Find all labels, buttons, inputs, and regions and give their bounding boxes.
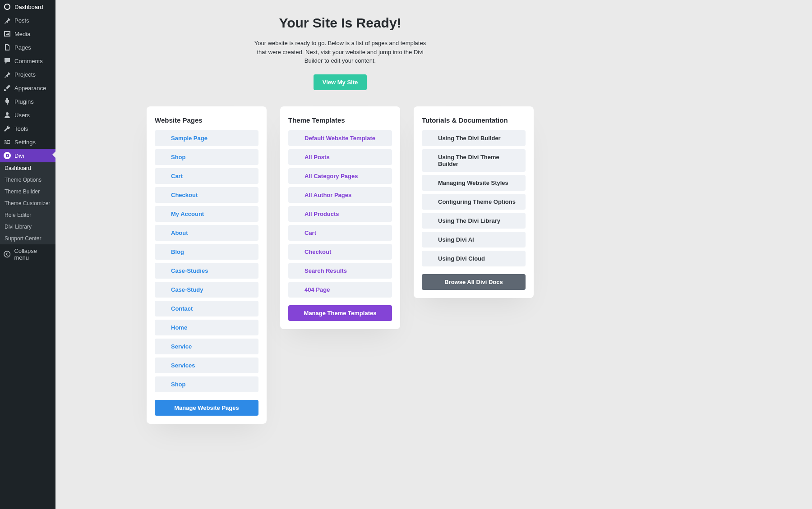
manage-pages-button[interactable]: Manage Website Pages xyxy=(155,400,258,416)
sidebar-item-label: Plugins xyxy=(14,98,34,105)
layers-icon xyxy=(160,381,166,387)
page-item[interactable]: Home xyxy=(155,320,258,335)
page-item[interactable]: Service xyxy=(155,339,258,354)
wrench-icon xyxy=(4,125,11,132)
list-item-label: Checkout xyxy=(171,192,198,198)
doc-item[interactable]: Using Divi Cloud xyxy=(422,251,526,266)
page-item[interactable]: Services xyxy=(155,358,258,373)
layers-icon xyxy=(427,236,434,243)
doc-item[interactable]: Using Divi AI xyxy=(422,232,526,248)
pin-icon xyxy=(4,71,11,78)
sidebar-subitem[interactable]: Support Center xyxy=(0,233,55,244)
plug-icon xyxy=(4,98,11,105)
view-site-button[interactable]: View My Site xyxy=(314,74,367,90)
page-item[interactable]: My Account xyxy=(155,206,258,222)
card-theme-templates: Theme Templates Default Website Template… xyxy=(280,106,400,329)
sidebar-item-label: Media xyxy=(14,31,30,37)
doc-item[interactable]: Managing Website Styles xyxy=(422,175,526,191)
main-content: Your Site Is Ready! Your website is read… xyxy=(55,0,625,509)
doc-item[interactable]: Using The Divi Theme Builder xyxy=(422,149,526,172)
layers-icon xyxy=(427,198,434,205)
sidebar-item-plugins[interactable]: Plugins xyxy=(0,95,55,108)
layers-icon xyxy=(160,286,166,293)
template-item[interactable]: All Products xyxy=(288,206,392,222)
template-item[interactable]: Search Results xyxy=(288,263,392,279)
user-icon xyxy=(4,111,11,119)
sidebar-item-label: Users xyxy=(14,112,30,119)
list-item-label: Search Results xyxy=(304,267,347,274)
template-item[interactable]: Cart xyxy=(288,225,392,241)
list-item-label: Shop xyxy=(171,381,186,388)
sliders-icon xyxy=(4,138,11,146)
media-icon xyxy=(4,30,11,37)
sidebar-item-posts[interactable]: Posts xyxy=(0,14,55,27)
sidebar-item-comments[interactable]: Comments xyxy=(0,54,55,68)
page-item[interactable]: About xyxy=(155,225,258,241)
card-website-pages: Website Pages Sample PageShopCartCheckou… xyxy=(147,106,267,424)
list-item-label: Using The Divi Library xyxy=(438,217,500,224)
layers-icon xyxy=(160,154,166,160)
page-item[interactable]: Shop xyxy=(155,376,258,392)
sidebar-item-label: Pages xyxy=(14,44,31,51)
list-item-label: Using Divi AI xyxy=(438,236,474,243)
template-item[interactable]: Checkout xyxy=(288,244,392,260)
page-item[interactable]: Shop xyxy=(155,149,258,165)
comment-icon xyxy=(4,57,11,64)
sidebar-item-projects[interactable]: Projects xyxy=(0,68,55,81)
sidebar-subitem[interactable]: Role Editor xyxy=(0,209,55,221)
list-item-label: My Account xyxy=(171,211,204,217)
list-item-label: All Category Pages xyxy=(304,173,358,179)
list-item-label: Configuring Theme Options xyxy=(438,198,516,205)
layers-icon xyxy=(160,305,166,312)
template-item[interactable]: All Category Pages xyxy=(288,168,392,184)
page-item[interactable]: Case-Studies xyxy=(155,263,258,279)
template-item[interactable]: Default Website Template xyxy=(288,130,392,146)
sidebar-item-dashboard[interactable]: Dashboard xyxy=(0,0,55,14)
sidebar-subitem[interactable]: Dashboard xyxy=(0,162,55,174)
sidebar-item-label: Settings xyxy=(14,139,36,146)
doc-item[interactable]: Using The Divi Builder xyxy=(422,130,526,146)
sidebar-item-users[interactable]: Users xyxy=(0,108,55,122)
sidebar-subitem[interactable]: Theme Options xyxy=(0,174,55,186)
layers-icon xyxy=(160,135,166,141)
sidebar-item-pages[interactable]: Pages xyxy=(0,41,55,54)
sidebar-item-label: Projects xyxy=(14,71,36,78)
list-item-label: Default Website Template xyxy=(304,135,375,142)
sidebar-item-label: Posts xyxy=(14,17,29,24)
template-item[interactable]: 404 Page xyxy=(288,282,392,298)
list-item-label: Shop xyxy=(171,154,186,160)
sidebar-subitem[interactable]: Theme Builder xyxy=(0,186,55,197)
sidebar-item-tools[interactable]: Tools xyxy=(0,122,55,135)
sidebar-item-appearance[interactable]: Appearance xyxy=(0,81,55,95)
list-item-label: Case-Studies xyxy=(171,267,208,274)
layers-icon xyxy=(294,173,300,179)
page-item[interactable]: Blog xyxy=(155,244,258,260)
list-item-label: Using The Divi Theme Builder xyxy=(438,154,520,167)
page-item[interactable]: Sample Page xyxy=(155,130,258,146)
layers-icon xyxy=(427,135,434,141)
list-item-label: Using Divi Cloud xyxy=(438,255,485,262)
sidebar-subitem[interactable]: Divi Library xyxy=(0,221,55,233)
browse-docs-button[interactable]: Browse All Divi Docs xyxy=(422,274,526,290)
doc-item[interactable]: Configuring Theme Options xyxy=(422,194,526,210)
collapse-menu[interactable]: Collapse menu xyxy=(0,244,55,264)
doc-item[interactable]: Using The Divi Library xyxy=(422,213,526,229)
manage-templates-button[interactable]: Manage Theme Templates xyxy=(288,305,392,321)
page-item[interactable]: Case-Study xyxy=(155,282,258,298)
sidebar-item-label: Tools xyxy=(14,125,28,132)
layers-icon xyxy=(427,179,434,186)
page-item[interactable]: Checkout xyxy=(155,187,258,203)
page-item[interactable]: Cart xyxy=(155,168,258,184)
template-item[interactable]: All Posts xyxy=(288,149,392,165)
layers-icon xyxy=(427,217,434,224)
list-item-label: Home xyxy=(171,324,187,331)
sidebar-subitem[interactable]: Theme Customizer xyxy=(0,197,55,209)
layers-icon xyxy=(160,362,166,368)
sidebar-item-divi[interactable]: Divi xyxy=(0,149,55,162)
layers-icon xyxy=(294,211,300,217)
template-item[interactable]: All Author Pages xyxy=(288,187,392,203)
sidebar-item-media[interactable]: Media xyxy=(0,27,55,41)
sidebar-item-settings[interactable]: Settings xyxy=(0,135,55,149)
page-item[interactable]: Contact xyxy=(155,301,258,316)
layers-icon xyxy=(160,173,166,179)
